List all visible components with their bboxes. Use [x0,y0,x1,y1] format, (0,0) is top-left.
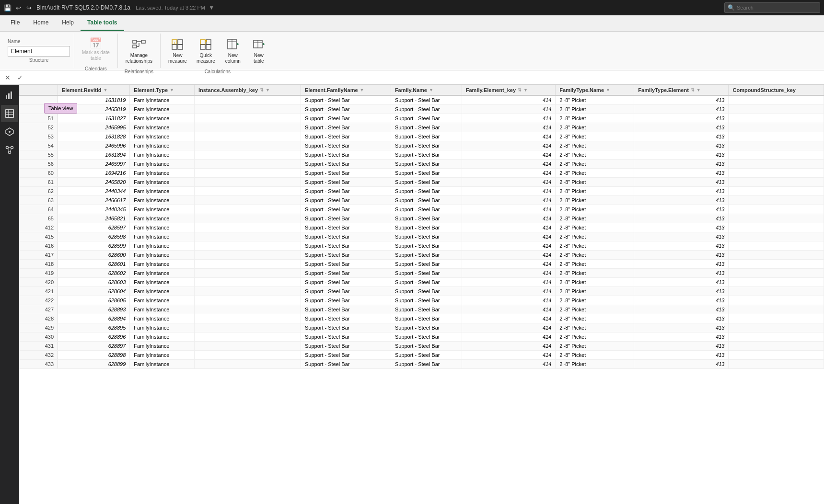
cell-familyTypeName: 2'-8" Picket [556,160,634,169]
col-header-compoundkey[interactable]: CompoundStructure_key [729,85,824,96]
cell-assembly [194,314,301,323]
cell-type: FamilyInstance [130,323,195,332]
table-row: 415628598FamilyInstanceSupport - Steel B… [20,232,824,241]
filter-icon-familytypename[interactable]: ▼ [606,88,610,92]
cell-familyTypeElement: 413 [634,160,729,169]
filter-icon-revitid[interactable]: ▼ [104,88,108,92]
save-icon[interactable]: 💾 [4,4,12,11]
cell-familyName: Support - Steel Bar [301,360,391,369]
tab-file[interactable]: File [4,15,26,31]
cell-familyElementKey: 414 [462,223,556,232]
table-row: 418628601FamilyInstanceSupport - Steel B… [20,260,824,269]
cell-assembly [194,351,301,360]
cell-compoundKey [729,351,824,360]
formula-input[interactable] [28,74,822,81]
quick-measure-button[interactable]: Quickmeasure [193,36,219,66]
row-number: 433 [20,360,58,369]
filter-icon-familynameval[interactable]: ▼ [429,88,433,92]
cell-familyTypeName: 2'-8" Picket [556,342,634,351]
cell-familyNameVal: Support - Steel Bar [391,323,462,332]
col-header-familyelementkey[interactable]: Family.Element_key ⇅ ▼ [462,85,556,96]
svg-point-35 [11,147,13,149]
cell-familyTypeName: 2'-8" Picket [556,323,634,332]
undo-icon[interactable]: ↩ [14,4,22,11]
cell-compoundKey [729,214,824,223]
cell-familyName: Support - Steel Bar [301,241,391,251]
sidebar-icon-dag[interactable] [1,141,18,159]
cell-familyTypeElement: 413 [634,269,729,278]
cell-familyTypeElement: 413 [634,305,729,314]
cell-familyTypeElement: 413 [634,287,729,296]
col-header-familytypeelement[interactable]: FamilyType.Element ⇅ ▼ [634,85,729,96]
table-row: 622440344FamilyInstanceSupport - Steel B… [20,187,824,196]
cell-familyTypeElement: 413 [634,332,729,342]
col-header-familytypename[interactable]: FamilyType.Name ▼ [556,85,634,96]
svg-point-33 [9,131,11,133]
sidebar-icon-table[interactable] [1,105,18,122]
cell-familyTypeElement: 413 [634,187,729,196]
col-header-type[interactable]: Element.Type ▼ [130,85,195,96]
filter-icon-familyname[interactable]: ▼ [360,88,364,92]
table-row: 612465820FamilyInstanceSupport - Steel B… [20,178,824,187]
formula-confirm-button[interactable]: ✓ [14,72,26,83]
col-header-revitid[interactable]: Element.RevitId ▼ [58,85,130,96]
search-input[interactable] [737,5,817,11]
redo-icon[interactable]: ↪ [25,4,33,11]
cell-familyName: Support - Steel Bar [301,342,391,351]
table-row: 417628600FamilyInstanceSupport - Steel B… [20,251,824,260]
cell-familyTypeElement: 413 [634,95,729,105]
cell-familyTypeElement: 413 [634,351,729,360]
cell-revitId: 1631828 [58,132,130,141]
filter-icon-familyelementkey[interactable]: ▼ [523,88,528,92]
cell-familyNameVal: Support - Steel Bar [391,95,462,105]
cell-revitId: 628600 [58,251,130,260]
manage-relationships-label: Managerelationships [126,53,152,64]
cell-compoundKey [729,342,824,351]
cell-familyName: Support - Steel Bar [301,296,391,305]
cell-familyName: Support - Steel Bar [301,260,391,269]
ribbon-group-relationships: Managerelationships Relationships [118,34,161,68]
sidebar-icon-report[interactable] [1,87,18,104]
tab-table-tools[interactable]: Table tools [81,15,124,31]
cell-revitId: 628601 [58,260,130,269]
table-name-input[interactable] [8,46,70,57]
data-table-container[interactable]: Element.RevitId ▼ Element.Type ▼ [19,85,824,504]
cell-familyTypeElement: 413 [634,232,729,241]
cell-familyName: Support - Steel Bar [301,187,391,196]
title-search-box[interactable]: 🔍 [724,2,820,13]
cell-familyElementKey: 414 [462,150,556,160]
tab-home[interactable]: Home [26,15,55,31]
cell-familyNameVal: Support - Steel Bar [391,342,462,351]
row-number: 417 [20,251,58,260]
row-number: 420 [20,278,58,287]
cell-compoundKey [729,269,824,278]
formula-cancel-button[interactable]: ✕ [2,72,13,83]
cell-revitId: 628894 [58,314,130,323]
filter-icon-type[interactable]: ▼ [170,88,174,92]
name-label: Name [8,39,70,44]
tab-help[interactable]: Help [55,15,81,31]
col-header-familyname[interactable]: Element.FamilyName ▼ [301,85,391,96]
mark-date-table-button[interactable]: 📅 Mark as datetable [78,36,114,63]
new-table-button[interactable]: Newtable [247,36,271,66]
col-header-assembly[interactable]: Instance.Assembly_key ⇅ ▼ [194,85,301,96]
row-number: 63 [20,196,58,205]
cell-familyNameVal: Support - Steel Bar [391,169,462,178]
new-measure-button[interactable]: Σ Newmeasure [164,36,191,66]
svg-rect-7 [178,40,183,45]
filter-icon-familytypeelement[interactable]: ▼ [696,88,701,92]
col-header-familynameval[interactable]: Family.Name ▼ [391,85,462,96]
manage-relationships-button[interactable]: Managerelationships [122,36,156,66]
cell-revitId: 2466617 [58,196,130,205]
filter-icon-assembly[interactable]: ▼ [266,88,270,92]
cell-familyElementKey: 414 [462,241,556,251]
sidebar-icon-model[interactable] [1,123,18,140]
cell-revitId: 628605 [58,296,130,305]
cell-assembly [194,278,301,287]
cell-familyTypeName: 2'-8" Picket [556,196,634,205]
cell-familyElementKey: 414 [462,342,556,351]
new-column-button[interactable]: Newcolumn [221,36,245,66]
table-row: 421628604FamilyInstanceSupport - Steel B… [20,287,824,296]
data-table: Element.RevitId ▼ Element.Type ▼ [19,85,824,369]
cell-familyTypeElement: 413 [634,196,729,205]
